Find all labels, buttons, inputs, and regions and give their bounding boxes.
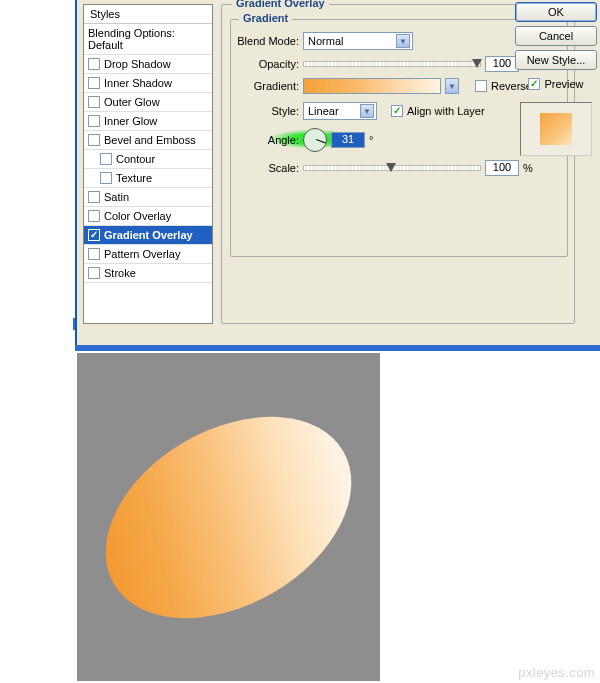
label-pattern-overlay: Pattern Overlay bbox=[104, 248, 180, 260]
label-contour: Contour bbox=[116, 153, 155, 165]
label-outer-glow: Outer Glow bbox=[104, 96, 160, 108]
blend-mode-value: Normal bbox=[308, 35, 343, 47]
label-inner-shadow: Inner Shadow bbox=[104, 77, 172, 89]
checkbox-texture[interactable] bbox=[100, 172, 112, 184]
style-contour[interactable]: Contour bbox=[84, 150, 212, 169]
label-stroke: Stroke bbox=[104, 267, 136, 279]
ok-button[interactable]: OK bbox=[515, 2, 597, 22]
align-layer-checkbox[interactable] bbox=[391, 105, 403, 117]
checkbox-contour[interactable] bbox=[100, 153, 112, 165]
label-satin: Satin bbox=[104, 191, 129, 203]
label-texture: Texture bbox=[116, 172, 152, 184]
label-inner-glow: Inner Glow bbox=[104, 115, 157, 127]
styles-list: Styles Blending Options: Default Drop Sh… bbox=[83, 4, 213, 324]
gradient-style-select[interactable]: Linear ▼ bbox=[303, 102, 377, 120]
style-texture[interactable]: Texture bbox=[84, 169, 212, 188]
style-bevel-emboss[interactable]: Bevel and Emboss bbox=[84, 131, 212, 150]
style-inner-glow[interactable]: Inner Glow bbox=[84, 112, 212, 131]
watermark: pxleyes.com bbox=[518, 665, 595, 680]
checkbox-inner-shadow[interactable] bbox=[88, 77, 100, 89]
checkbox-stroke[interactable] bbox=[88, 267, 100, 279]
style-gradient-overlay[interactable]: ✓ Gradient Overlay bbox=[84, 226, 212, 245]
preview-label: Preview bbox=[544, 78, 583, 90]
style-pattern-overlay[interactable]: Pattern Overlay bbox=[84, 245, 212, 264]
opacity-thumb-icon[interactable] bbox=[472, 59, 482, 68]
styles-header: Styles bbox=[84, 5, 212, 24]
dropdown-arrow-icon: ▼ bbox=[396, 34, 410, 48]
dropdown-arrow-icon: ▼ bbox=[360, 104, 374, 118]
style-color-overlay[interactable]: Color Overlay bbox=[84, 207, 212, 226]
preview-checkbox[interactable] bbox=[528, 78, 540, 90]
style-outer-glow[interactable]: Outer Glow bbox=[84, 93, 212, 112]
preview-toggle-row[interactable]: Preview bbox=[515, 78, 597, 90]
checkbox-color-overlay[interactable] bbox=[88, 210, 100, 222]
gradient-preview[interactable] bbox=[303, 78, 441, 94]
gradient-ellipse bbox=[70, 375, 387, 659]
blend-mode-select[interactable]: Normal ▼ bbox=[303, 32, 413, 50]
angle-value[interactable]: 31 bbox=[331, 132, 365, 148]
style-drop-shadow[interactable]: Drop Shadow bbox=[84, 55, 212, 74]
blending-options-row[interactable]: Blending Options: Default bbox=[84, 24, 212, 55]
blend-mode-label: Blend Mode: bbox=[237, 35, 299, 47]
label-gradient-overlay: Gradient Overlay bbox=[104, 229, 193, 241]
opacity-label: Opacity: bbox=[237, 58, 299, 70]
align-layer-label: Align with Layer bbox=[407, 105, 485, 117]
checkbox-gradient-overlay[interactable]: ✓ bbox=[88, 229, 100, 241]
layer-style-dialog: Styles Blending Options: Default Drop Sh… bbox=[75, 0, 600, 350]
new-style-button[interactable]: New Style... bbox=[515, 50, 597, 70]
checkbox-satin[interactable] bbox=[88, 191, 100, 203]
window-border bbox=[75, 345, 600, 351]
result-canvas bbox=[77, 353, 380, 681]
angle-unit: ° bbox=[369, 134, 373, 146]
scale-unit: % bbox=[523, 162, 533, 174]
reverse-checkbox[interactable] bbox=[475, 80, 487, 92]
scale-label: Scale: bbox=[237, 162, 299, 174]
checkbox-bevel-emboss[interactable] bbox=[88, 134, 100, 146]
style-value: Linear bbox=[308, 105, 339, 117]
scale-thumb-icon[interactable] bbox=[386, 163, 396, 172]
scale-slider[interactable] bbox=[303, 165, 481, 171]
checkbox-pattern-overlay[interactable] bbox=[88, 248, 100, 260]
style-label: Style: bbox=[237, 105, 299, 117]
label-color-overlay: Color Overlay bbox=[104, 210, 171, 222]
label-drop-shadow: Drop Shadow bbox=[104, 58, 171, 70]
checkbox-outer-glow[interactable] bbox=[88, 96, 100, 108]
blending-options-label: Blending Options: Default bbox=[88, 27, 208, 51]
opacity-slider[interactable] bbox=[303, 61, 481, 67]
label-bevel-emboss: Bevel and Emboss bbox=[104, 134, 196, 146]
preview-box bbox=[520, 102, 592, 156]
gradient-dropdown-icon[interactable]: ▼ bbox=[445, 78, 459, 94]
group-title: Gradient Overlay bbox=[232, 0, 329, 9]
style-satin[interactable]: Satin bbox=[84, 188, 212, 207]
checkbox-drop-shadow[interactable] bbox=[88, 58, 100, 70]
angle-dial[interactable] bbox=[303, 128, 327, 152]
checkbox-inner-glow[interactable] bbox=[88, 115, 100, 127]
style-stroke[interactable]: Stroke bbox=[84, 264, 212, 283]
side-buttons: OK Cancel New Style... Preview bbox=[515, 0, 597, 156]
gradient-label: Gradient: bbox=[237, 80, 299, 92]
inner-title: Gradient bbox=[239, 12, 292, 24]
angle-label: Angle: bbox=[237, 134, 299, 146]
opacity-value[interactable]: 100 bbox=[485, 56, 519, 72]
style-inner-shadow[interactable]: Inner Shadow bbox=[84, 74, 212, 93]
cancel-button[interactable]: Cancel bbox=[515, 26, 597, 46]
scale-value[interactable]: 100 bbox=[485, 160, 519, 176]
preview-swatch bbox=[540, 113, 572, 145]
